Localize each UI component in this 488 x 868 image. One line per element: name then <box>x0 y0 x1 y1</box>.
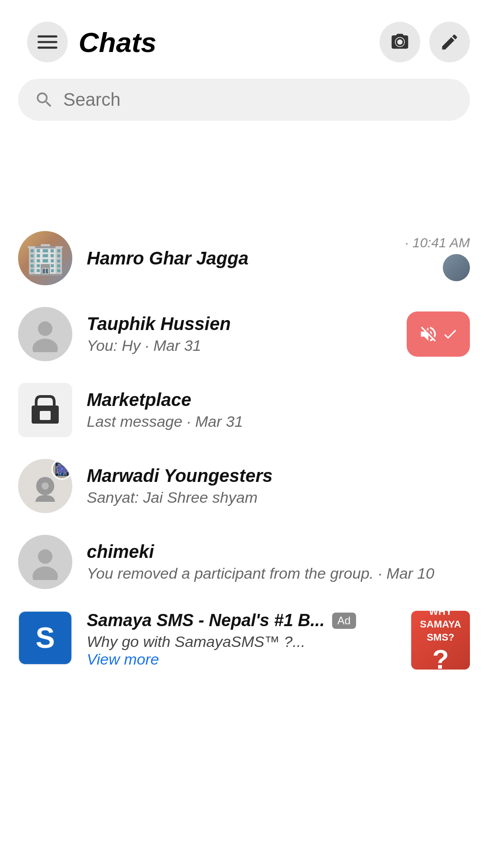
chat-item-marketplace[interactable]: Marketplace Last message · Mar 31 <box>0 372 488 448</box>
avatar-chimeki <box>18 535 72 589</box>
chat-preview: Sanyat: Jai Shree shyam <box>87 489 470 506</box>
svg-rect-0 <box>38 35 57 38</box>
person-icon-chimeki <box>27 544 63 580</box>
chat-item-marwadi-youngesters[interactable]: 🎆 Marwadi Youngesters Sanyat: Jai Shree … <box>0 448 488 524</box>
building-emoji: 🏢 <box>26 240 65 277</box>
ad-view-more-link[interactable]: View more <box>87 651 159 668</box>
chat-item-hamro-ghar-jagga[interactable]: 🏢 Hamro Ghar Jagga · 10:41 AM <box>0 220 488 296</box>
ad-name: Samaya SMS - Nepal's #1 B... <box>87 611 325 630</box>
chat-item-chimeki[interactable]: chimeki You removed a participant from t… <box>0 524 488 600</box>
avatar-marwadi-youngesters: 🎆 <box>18 459 72 513</box>
chat-name: Marketplace <box>87 390 470 410</box>
ad-item-samaya-sms[interactable]: S Samaya SMS - Nepal's #1 B... Ad Why go… <box>0 600 488 680</box>
svg-point-8 <box>42 482 49 490</box>
right-avatar <box>443 254 470 281</box>
svg-rect-2 <box>38 47 57 49</box>
chat-name: chimeki <box>87 542 470 562</box>
check-icon <box>442 326 458 342</box>
compose-icon <box>440 32 460 52</box>
search-input[interactable] <box>63 90 454 110</box>
avatar-hamro-ghar-jagga: 🏢 <box>18 231 72 285</box>
ad-thumbnail: WHYSAMAYA SMS? ? <box>411 611 470 670</box>
camera-button[interactable] <box>380 22 420 62</box>
chat-meta-hamro-ghar-jagga: · 10:41 AM <box>405 235 470 281</box>
avatar-marketplace <box>18 383 72 437</box>
mute-icon <box>418 324 438 344</box>
header: Chats <box>0 0 488 71</box>
ad-badge: Ad <box>332 613 356 629</box>
ad-logo-letter: S <box>36 621 55 655</box>
ad-thumb-why-text: WHYSAMAYA SMS? <box>411 611 470 644</box>
chat-info-marketplace: Marketplace Last message · Mar 31 <box>87 390 470 430</box>
menu-icon <box>38 32 57 52</box>
camera-icon <box>390 32 410 52</box>
chat-name: Marwadi Youngesters <box>87 466 470 486</box>
marketplace-icon <box>27 392 63 428</box>
chat-preview: Last message · Mar 31 <box>87 413 470 430</box>
chat-time: · 10:41 AM <box>405 235 470 250</box>
menu-button[interactable] <box>27 22 68 62</box>
chat-info-marwadi-youngesters: Marwadi Youngesters Sanyat: Jai Shree sh… <box>87 466 470 506</box>
chat-list: 🏢 Hamro Ghar Jagga · 10:41 AM Tauphik Hu… <box>0 220 488 680</box>
svg-rect-6 <box>40 411 51 420</box>
svg-point-4 <box>33 339 58 352</box>
ad-name-row: Samaya SMS - Nepal's #1 B... Ad <box>87 611 404 630</box>
person-icon <box>27 316 63 352</box>
compose-button[interactable] <box>429 22 470 62</box>
svg-rect-1 <box>38 41 57 43</box>
ad-logo: S <box>18 611 72 665</box>
search-bar[interactable] <box>18 79 470 121</box>
ad-preview: Why go with SamayaSMS™ ?... <box>87 633 404 651</box>
ad-logo-background: S <box>19 612 71 664</box>
chat-info-tauphik-hussien: Tauphik Hussien You: Hy · Mar 31 <box>87 314 399 354</box>
page-title: Chats <box>79 26 371 58</box>
ad-thumb-number: ? <box>432 644 449 670</box>
group-overlay: 🎆 <box>52 459 72 480</box>
avatar-tauphik-hussien <box>18 307 72 361</box>
chat-meta-tauphik-hussien <box>407 311 470 357</box>
ad-info: Samaya SMS - Nepal's #1 B... Ad Why go w… <box>87 611 404 668</box>
chat-item-tauphik-hussien[interactable]: Tauphik Hussien You: Hy · Mar 31 <box>0 296 488 372</box>
spacer <box>0 130 488 220</box>
chat-info-hamro-ghar-jagga: Hamro Ghar Jagga <box>87 248 398 269</box>
mute-badge <box>407 311 470 357</box>
svg-point-9 <box>38 549 52 564</box>
chat-preview: You: Hy · Mar 31 <box>87 337 399 354</box>
chat-name: Hamro Ghar Jagga <box>87 248 398 269</box>
chat-preview: You removed a participant from the group… <box>87 565 470 582</box>
svg-point-10 <box>33 566 58 580</box>
chat-info-chimeki: chimeki You removed a participant from t… <box>87 542 470 582</box>
svg-point-3 <box>38 321 52 336</box>
search-container <box>0 71 488 130</box>
search-icon <box>34 90 54 110</box>
chat-name: Tauphik Hussien <box>87 314 399 334</box>
